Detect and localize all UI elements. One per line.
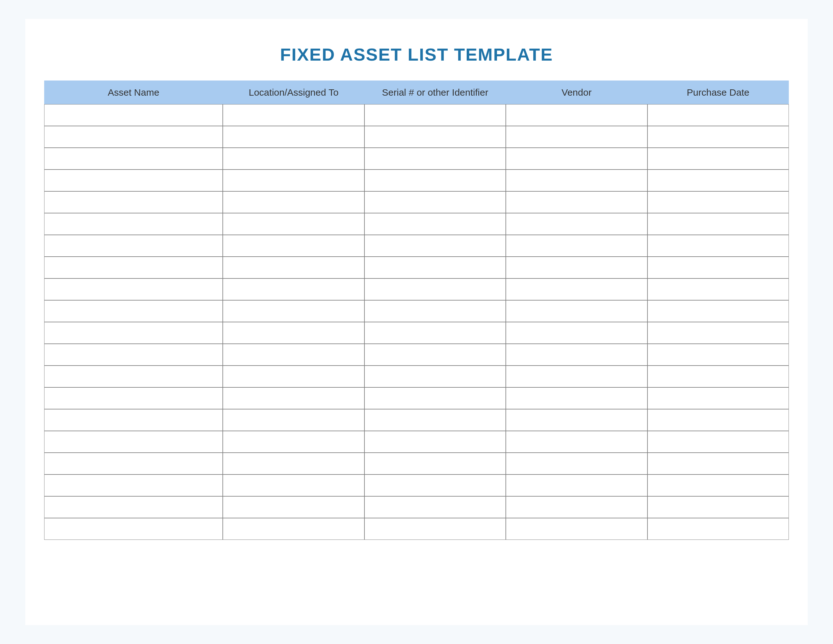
- cell-serial[interactable]: [365, 126, 506, 148]
- cell-asset-name[interactable]: [44, 431, 223, 453]
- cell-vendor[interactable]: [506, 453, 647, 475]
- cell-vendor[interactable]: [506, 279, 647, 300]
- cell-asset-name[interactable]: [44, 257, 223, 279]
- cell-vendor[interactable]: [506, 169, 647, 191]
- cell-serial[interactable]: [365, 257, 506, 279]
- cell-location[interactable]: [223, 300, 364, 322]
- cell-location[interactable]: [223, 365, 364, 387]
- cell-location[interactable]: [223, 496, 364, 518]
- cell-purchase-date[interactable]: [648, 322, 789, 344]
- cell-location[interactable]: [223, 126, 364, 148]
- cell-vendor[interactable]: [506, 191, 647, 213]
- cell-purchase-date[interactable]: [648, 148, 789, 169]
- cell-location[interactable]: [223, 279, 364, 300]
- cell-vendor[interactable]: [506, 257, 647, 279]
- cell-asset-name[interactable]: [44, 387, 223, 409]
- cell-location[interactable]: [223, 148, 364, 169]
- cell-location[interactable]: [223, 453, 364, 475]
- cell-location[interactable]: [223, 518, 364, 540]
- cell-serial[interactable]: [365, 148, 506, 169]
- cell-location[interactable]: [223, 169, 364, 191]
- cell-purchase-date[interactable]: [648, 300, 789, 322]
- cell-location[interactable]: [223, 191, 364, 213]
- cell-purchase-date[interactable]: [648, 104, 789, 126]
- cell-asset-name[interactable]: [44, 344, 223, 365]
- cell-serial[interactable]: [365, 387, 506, 409]
- cell-serial[interactable]: [365, 235, 506, 257]
- cell-purchase-date[interactable]: [648, 431, 789, 453]
- cell-purchase-date[interactable]: [648, 279, 789, 300]
- cell-location[interactable]: [223, 387, 364, 409]
- cell-vendor[interactable]: [506, 344, 647, 365]
- cell-asset-name[interactable]: [44, 409, 223, 431]
- cell-asset-name[interactable]: [44, 191, 223, 213]
- cell-serial[interactable]: [365, 518, 506, 540]
- cell-purchase-date[interactable]: [648, 518, 789, 540]
- cell-asset-name[interactable]: [44, 365, 223, 387]
- cell-purchase-date[interactable]: [648, 169, 789, 191]
- cell-vendor[interactable]: [506, 148, 647, 169]
- cell-purchase-date[interactable]: [648, 409, 789, 431]
- cell-serial[interactable]: [365, 453, 506, 475]
- cell-asset-name[interactable]: [44, 235, 223, 257]
- cell-purchase-date[interactable]: [648, 191, 789, 213]
- cell-serial[interactable]: [365, 409, 506, 431]
- cell-purchase-date[interactable]: [648, 453, 789, 475]
- cell-vendor[interactable]: [506, 475, 647, 496]
- cell-asset-name[interactable]: [44, 126, 223, 148]
- cell-asset-name[interactable]: [44, 213, 223, 235]
- cell-location[interactable]: [223, 431, 364, 453]
- cell-asset-name[interactable]: [44, 475, 223, 496]
- cell-asset-name[interactable]: [44, 496, 223, 518]
- cell-asset-name[interactable]: [44, 169, 223, 191]
- cell-serial[interactable]: [365, 300, 506, 322]
- cell-location[interactable]: [223, 475, 364, 496]
- cell-vendor[interactable]: [506, 126, 647, 148]
- cell-asset-name[interactable]: [44, 300, 223, 322]
- cell-vendor[interactable]: [506, 300, 647, 322]
- cell-serial[interactable]: [365, 475, 506, 496]
- cell-serial[interactable]: [365, 279, 506, 300]
- cell-purchase-date[interactable]: [648, 475, 789, 496]
- cell-serial[interactable]: [365, 191, 506, 213]
- cell-vendor[interactable]: [506, 365, 647, 387]
- cell-location[interactable]: [223, 257, 364, 279]
- cell-vendor[interactable]: [506, 104, 647, 126]
- cell-purchase-date[interactable]: [648, 235, 789, 257]
- cell-vendor[interactable]: [506, 496, 647, 518]
- cell-location[interactable]: [223, 235, 364, 257]
- cell-location[interactable]: [223, 322, 364, 344]
- cell-serial[interactable]: [365, 322, 506, 344]
- cell-vendor[interactable]: [506, 322, 647, 344]
- cell-purchase-date[interactable]: [648, 257, 789, 279]
- cell-location[interactable]: [223, 344, 364, 365]
- cell-location[interactable]: [223, 409, 364, 431]
- cell-asset-name[interactable]: [44, 453, 223, 475]
- cell-asset-name[interactable]: [44, 104, 223, 126]
- cell-serial[interactable]: [365, 431, 506, 453]
- cell-vendor[interactable]: [506, 518, 647, 540]
- cell-asset-name[interactable]: [44, 148, 223, 169]
- cell-serial[interactable]: [365, 169, 506, 191]
- cell-purchase-date[interactable]: [648, 365, 789, 387]
- cell-vendor[interactable]: [506, 235, 647, 257]
- cell-asset-name[interactable]: [44, 518, 223, 540]
- cell-serial[interactable]: [365, 496, 506, 518]
- cell-asset-name[interactable]: [44, 279, 223, 300]
- cell-vendor[interactable]: [506, 387, 647, 409]
- cell-serial[interactable]: [365, 213, 506, 235]
- cell-purchase-date[interactable]: [648, 387, 789, 409]
- cell-purchase-date[interactable]: [648, 213, 789, 235]
- cell-serial[interactable]: [365, 344, 506, 365]
- cell-asset-name[interactable]: [44, 322, 223, 344]
- cell-vendor[interactable]: [506, 409, 647, 431]
- cell-purchase-date[interactable]: [648, 344, 789, 365]
- cell-location[interactable]: [223, 213, 364, 235]
- cell-vendor[interactable]: [506, 431, 647, 453]
- cell-purchase-date[interactable]: [648, 126, 789, 148]
- cell-location[interactable]: [223, 104, 364, 126]
- cell-serial[interactable]: [365, 365, 506, 387]
- cell-serial[interactable]: [365, 104, 506, 126]
- cell-vendor[interactable]: [506, 213, 647, 235]
- cell-purchase-date[interactable]: [648, 496, 789, 518]
